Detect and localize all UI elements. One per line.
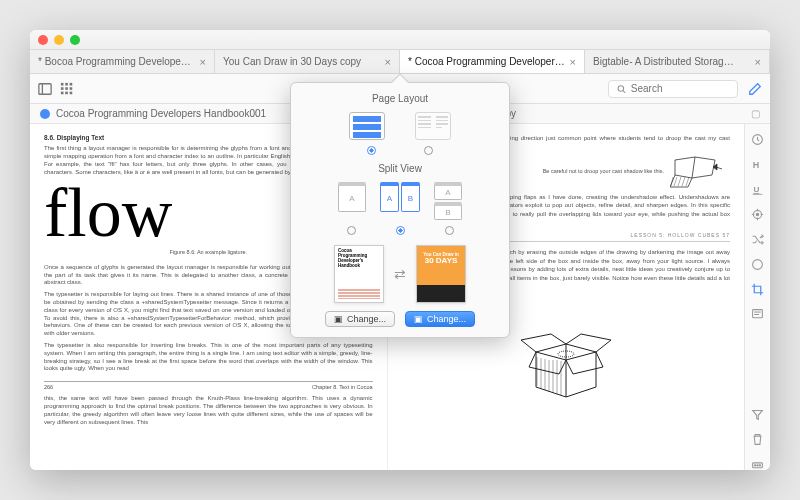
svg-rect-42	[753, 310, 763, 318]
pane-label: A	[338, 182, 366, 212]
body-text: The typesetter is also responsible for i…	[44, 342, 373, 373]
svg-point-48	[759, 465, 760, 466]
search-input[interactable]	[631, 83, 729, 94]
folder-icon: ▣	[334, 314, 343, 324]
sketch-box-shadow	[670, 155, 730, 189]
sidebar-toggle-icon[interactable]	[38, 82, 52, 96]
split-radio-horizontal[interactable]	[396, 226, 405, 235]
popover-section-title: Split View	[291, 163, 509, 174]
heading-icon[interactable]: H	[751, 157, 764, 170]
svg-rect-10	[70, 91, 73, 94]
close-icon[interactable]: ×	[200, 56, 206, 68]
crop-icon[interactable]	[751, 282, 764, 295]
layout-radio-double[interactable]	[424, 146, 433, 155]
close-window[interactable]	[38, 35, 48, 45]
svg-rect-3	[65, 82, 68, 85]
annotate-icon[interactable]	[748, 82, 762, 96]
pane-label: B	[401, 182, 420, 212]
svg-rect-0	[39, 83, 51, 94]
zoom-window[interactable]	[70, 35, 80, 45]
split-radio-none[interactable]	[347, 226, 356, 235]
svg-rect-6	[65, 87, 68, 90]
note-icon[interactable]	[751, 307, 764, 320]
options-icon[interactable]	[751, 457, 764, 470]
thumb-title: Cocoa Programming Developer's Handbook	[338, 249, 380, 269]
app-badge-icon	[40, 109, 50, 119]
svg-rect-5	[61, 87, 64, 90]
svg-text:H: H	[753, 160, 759, 170]
trash-icon[interactable]	[751, 432, 764, 445]
app-window: * Bocoa Programming Develope…× You Can D…	[30, 30, 770, 470]
doc-thumbnail-left[interactable]: Cocoa Programming Developer's Handbook	[334, 245, 384, 303]
split-none[interactable]: A	[338, 182, 366, 212]
svg-line-16	[623, 90, 625, 92]
tab-label: * Bocoa Programming Develope…	[38, 56, 191, 67]
close-icon[interactable]: ×	[570, 56, 576, 68]
svg-rect-7	[70, 87, 73, 90]
pane-label: A	[434, 182, 462, 200]
close-icon[interactable]: ×	[755, 56, 761, 68]
folder-icon: ▣	[414, 314, 423, 324]
doc-thumbnail-right[interactable]: You Can Draw in 30 DAYS	[416, 245, 466, 303]
pane-label: B	[434, 202, 462, 220]
svg-rect-4	[70, 82, 73, 85]
close-icon[interactable]: ×	[385, 56, 391, 68]
page-number: 266	[44, 384, 53, 391]
left-doc-title: Cocoa Programming Developers Handbook001	[56, 108, 266, 119]
split-horizontal[interactable]: AB	[380, 182, 420, 212]
svg-rect-8	[61, 91, 64, 94]
svg-rect-9	[65, 91, 68, 94]
layout-double-page[interactable]	[415, 112, 451, 140]
tab-2[interactable]: * Cocoa Programming Developer…×	[400, 50, 585, 73]
svg-line-20	[682, 177, 685, 186]
svg-point-47	[757, 465, 758, 466]
search-icon	[617, 84, 626, 94]
svg-text:U: U	[753, 185, 759, 194]
target-icon[interactable]	[751, 207, 764, 220]
svg-point-41	[753, 260, 763, 270]
svg-point-36	[756, 213, 758, 215]
svg-line-18	[674, 177, 677, 186]
sketch-open-box	[511, 312, 621, 402]
change-right-button[interactable]: ▣Change...	[405, 311, 475, 327]
layout-single-page[interactable]	[349, 112, 385, 140]
split-radio-vertical[interactable]	[445, 226, 454, 235]
search-field[interactable]	[608, 80, 738, 98]
split-vertical[interactable]: AB	[434, 182, 462, 220]
folder-icon[interactable]: ▢	[751, 108, 760, 119]
underline-icon[interactable]: U	[751, 182, 764, 195]
thumb-title: 30 DAYS	[425, 257, 458, 265]
popover-section-title: Page Layout	[291, 93, 509, 104]
button-label: Change...	[427, 314, 466, 324]
svg-point-46	[754, 465, 755, 466]
tab-label: You Can Draw in 30 Days copy	[223, 56, 361, 67]
tab-0[interactable]: * Bocoa Programming Develope…×	[30, 50, 215, 73]
tab-3[interactable]: Bigtable- A Distributed Storag…×	[585, 50, 770, 73]
shuffle-icon[interactable]	[751, 232, 764, 245]
circle-icon[interactable]	[751, 257, 764, 270]
grid-view-icon[interactable]	[60, 82, 74, 96]
tab-label: Bigtable- A Distributed Storag…	[593, 56, 734, 67]
body-text: this, the same text will have been passe…	[44, 395, 373, 426]
right-toolbar: H U	[744, 124, 770, 470]
svg-point-15	[618, 85, 623, 90]
button-label: Change...	[347, 314, 386, 324]
page-footer: 266 Chapter 8. Text in Cocoa	[44, 381, 373, 391]
svg-line-21	[686, 177, 689, 186]
tab-bar: * Bocoa Programming Develope…× You Can D…	[30, 50, 770, 74]
pane-label: A	[380, 182, 399, 212]
tab-label: * Cocoa Programming Developer…	[408, 56, 565, 67]
layout-popover: Page Layout Split View A AB AB Cocoa Pro…	[290, 82, 510, 338]
filter-icon[interactable]	[751, 407, 764, 420]
tab-1[interactable]: You Can Draw in 30 Days copy×	[215, 50, 400, 73]
titlebar	[30, 30, 770, 50]
svg-line-19	[678, 177, 681, 186]
layout-radio-single[interactable]	[367, 146, 376, 155]
chapter-title: Chapter 8. Text in Cocoa	[312, 384, 372, 391]
svg-rect-2	[61, 82, 64, 85]
minimize-window[interactable]	[54, 35, 64, 45]
clock-icon[interactable]	[751, 132, 764, 145]
swap-icon[interactable]: ⇄	[394, 266, 406, 282]
change-left-button[interactable]: ▣Change...	[325, 311, 395, 327]
